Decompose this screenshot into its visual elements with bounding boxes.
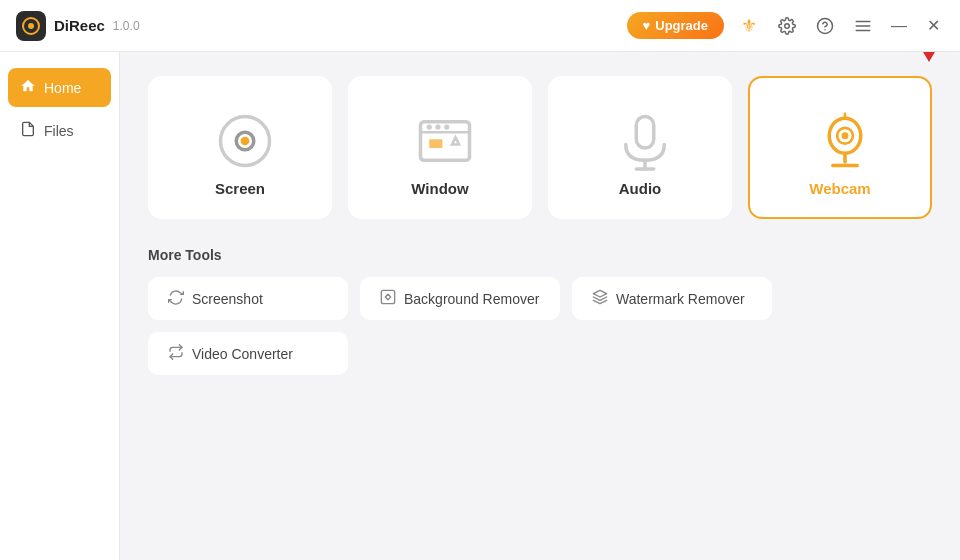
- svg-point-13: [444, 124, 449, 129]
- audio-icon: [610, 106, 670, 166]
- upgrade-button[interactable]: ♥ Upgrade: [627, 12, 724, 39]
- content-wrapper: Screen Wi: [148, 76, 932, 375]
- screenshot-icon: [168, 289, 184, 308]
- files-label: Files: [44, 123, 74, 139]
- screen-icon: [210, 106, 270, 166]
- video-converter-label: Video Converter: [192, 346, 293, 362]
- window-card-label: Window: [411, 180, 468, 197]
- watermark-remover-icon: [592, 289, 608, 308]
- sidebar-item-home[interactable]: Home: [8, 68, 111, 107]
- svg-point-20: [842, 132, 849, 139]
- home-icon: [20, 78, 36, 97]
- more-tools-title: More Tools: [148, 247, 932, 263]
- main-content: Screen Wi: [120, 52, 960, 560]
- upgrade-heart-icon: ♥: [643, 18, 651, 33]
- svg-point-8: [241, 137, 250, 146]
- home-label: Home: [44, 80, 81, 96]
- webcam-card-label: Webcam: [809, 180, 870, 197]
- logo-ring: [22, 17, 40, 35]
- background-remover-label: Background Remover: [404, 291, 539, 307]
- minimize-button[interactable]: —: [888, 15, 910, 37]
- watermark-remover-tool-button[interactable]: Watermark Remover: [572, 277, 772, 320]
- recording-cards-row: Screen Wi: [148, 76, 932, 219]
- video-converter-icon: [168, 344, 184, 363]
- screenshot-tool-button[interactable]: Screenshot: [148, 277, 348, 320]
- svg-rect-15: [636, 117, 654, 149]
- background-remover-icon: [380, 289, 396, 308]
- watermark-remover-label: Watermark Remover: [616, 291, 745, 307]
- svg-rect-24: [381, 290, 394, 303]
- title-bar: DiReec 1.0.0 ♥ Upgrade ⚜ — ✕: [0, 0, 960, 52]
- help-icon[interactable]: [812, 13, 838, 39]
- arrow-indicator: [916, 52, 942, 62]
- window-card[interactable]: Window: [348, 76, 532, 219]
- screen-card-label: Screen: [215, 180, 265, 197]
- app-version: 1.0.0: [113, 19, 140, 33]
- audio-card[interactable]: Audio: [548, 76, 732, 219]
- upgrade-label: Upgrade: [655, 18, 708, 33]
- settings-icon[interactable]: [774, 13, 800, 39]
- video-converter-tool-button[interactable]: Video Converter: [148, 332, 348, 375]
- logo-dot: [28, 23, 34, 29]
- svg-point-0: [785, 23, 790, 28]
- app-name: DiReec: [54, 17, 105, 34]
- title-right-controls: ♥ Upgrade ⚜ — ✕: [627, 12, 944, 39]
- files-icon: [20, 121, 36, 140]
- coin-icon[interactable]: ⚜: [736, 13, 762, 39]
- app-logo: [16, 11, 46, 41]
- webcam-icon: [810, 106, 870, 166]
- audio-card-label: Audio: [619, 180, 662, 197]
- screen-card[interactable]: Screen: [148, 76, 332, 219]
- background-remover-tool-button[interactable]: Background Remover: [360, 277, 560, 320]
- more-tools-section: More Tools Screenshot Background Remover: [148, 247, 932, 375]
- window-icon: [410, 106, 470, 166]
- arrow-head: [916, 52, 942, 62]
- app-branding: DiReec 1.0.0: [16, 11, 140, 41]
- menu-icon[interactable]: [850, 13, 876, 39]
- tools-grid: Screenshot Background Remover Watermark …: [148, 277, 932, 375]
- main-layout: Home Files: [0, 52, 960, 560]
- close-button[interactable]: ✕: [922, 15, 944, 37]
- sidebar-item-files[interactable]: Files: [8, 111, 111, 150]
- svg-point-12: [435, 124, 440, 129]
- screenshot-label: Screenshot: [192, 291, 263, 307]
- svg-point-11: [427, 124, 432, 129]
- svg-rect-14: [429, 139, 442, 148]
- webcam-card[interactable]: Webcam: [748, 76, 932, 219]
- sidebar: Home Files: [0, 52, 120, 560]
